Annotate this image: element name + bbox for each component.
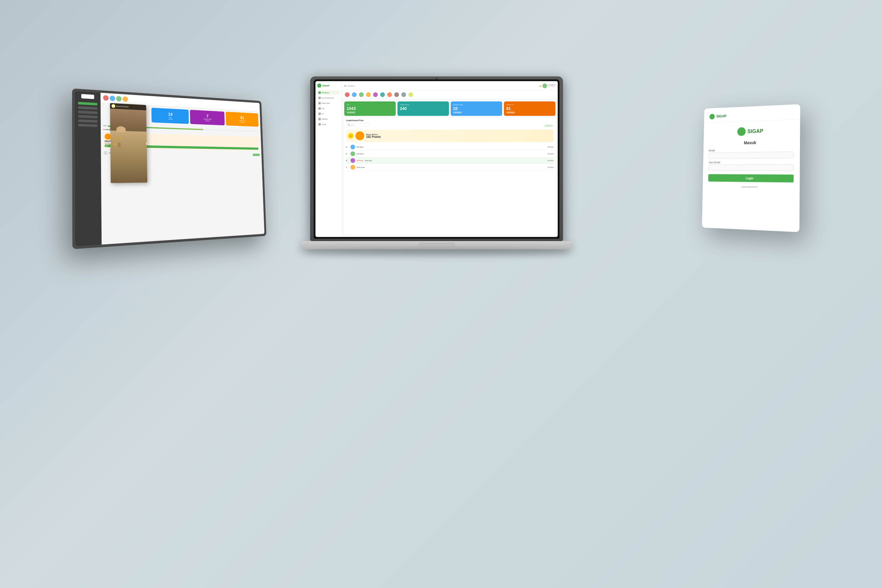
laptop-nav-csr[interactable]: Csr [317, 112, 340, 116]
scene: ‹ Savannah Nguyen [59, 59, 823, 529]
laptop-bezel: SIGAP Dashboard User Management Mas [314, 80, 560, 239]
photo-building [110, 130, 147, 183]
laptop-nav-dashboard-label: Dashboard [322, 92, 329, 93]
tablet-stat-poin: 14 Poin Lomba [152, 108, 189, 124]
tablet-nav-5[interactable] [78, 124, 98, 127]
laptop-stat-kategori-label: Kategori Cerita [453, 104, 500, 105]
tablet-screen: ‹ Savannah Nguyen [75, 91, 264, 246]
laptop-lb-row-2: 5 Zak Darien 33 Points [346, 150, 554, 157]
tablet-nav-1[interactable] [78, 106, 98, 110]
login-password-group: Your Email [708, 160, 794, 171]
tablet-main: ‹ Savannah Nguyen [100, 93, 265, 244]
login-email-group: Email [708, 148, 794, 159]
laptop-leaderboard: Leaderboard Poin 🔍 Cari Lihat Semua [344, 118, 555, 235]
tablet-stat-laporan-sub: Lomba [240, 122, 244, 123]
laptop-breadcrumb-sep: / [346, 85, 347, 87]
laptop-strip-av-8[interactable] [394, 92, 399, 98]
laptop-lb-pts-badge-3: 18 Points [357, 160, 363, 161]
tablet-carousel-value: 100 [103, 124, 106, 127]
tablet-lb-pts-1: 45 Points [253, 154, 260, 156]
laptop-base [302, 241, 572, 249]
laptop-lb-row-3: 6 18 Points Dylan Daly 18 Points [346, 157, 554, 164]
tablet-nav-4[interactable] [78, 119, 98, 123]
login-forgot-link[interactable]: Lupa password? [741, 186, 758, 189]
laptop-nav-user-mgmt[interactable]: User Management [317, 96, 340, 100]
laptop-stat-kategori-btn[interactable]: Lihat Semua [453, 111, 462, 114]
laptop-stat-kategori: Kategori Cerita 10 Lihat Semua [451, 101, 502, 116]
laptop-lb-top-info: Hector Danna 182 Points [366, 134, 381, 138]
laptop-lb-rank-1: 4 [346, 146, 349, 148]
laptop-strip-av-10[interactable] [408, 92, 414, 98]
laptop-lb-av-1 [351, 145, 355, 149]
laptop-breadcrumb-home: 🏠 [344, 85, 346, 87]
login-password-input[interactable] [708, 164, 794, 171]
laptop-nav-master-label: Master Data [322, 102, 330, 104]
photo-window-1 [114, 137, 117, 140]
laptop-strip-av-7[interactable] [387, 92, 393, 98]
laptop-nav-config-icon [318, 123, 321, 126]
laptop-lb-top-user: 1 Hector Danna 182 Points [346, 130, 554, 142]
tablet-stat-laporan: 81 Laporan 70 Lomba [226, 112, 259, 127]
laptop-nav-master[interactable]: Master Data [317, 101, 340, 105]
tablet-device-left: ‹ Savannah Nguyen [72, 88, 266, 249]
laptop-strip-av-2[interactable] [351, 92, 357, 98]
tablet-logo [81, 94, 94, 99]
login-email-input[interactable] [708, 152, 794, 159]
laptop-notification-icon[interactable]: 🔔 [540, 85, 541, 87]
tablet-stat-poin-sub: Lomba [168, 118, 172, 120]
laptop-sidebar: SIGAP Dashboard User Management Mas [315, 81, 342, 237]
laptop-nav-dashboard[interactable]: Dashboard [317, 90, 340, 94]
photo-user-avatar [111, 104, 115, 108]
laptop-lb-name-2: Zak Darien [357, 153, 364, 154]
login-header-logo-text: SIGAP [716, 114, 726, 118]
login-submit-button[interactable]: Login [708, 174, 794, 182]
laptop-lb-filter-btn[interactable]: Lihat Semua [544, 124, 554, 127]
laptop-stat-user-btn[interactable]: Lihat Semua [346, 111, 356, 114]
tablet-stat-laporan-value: 81 [240, 116, 244, 120]
login-body: SIGAP Masuk Email Your Email Login Lupa … [703, 119, 800, 195]
tablet-stat-inspirasi: 7 Inspirasi Desa Semua [190, 110, 225, 125]
laptop-nav-notif-label: Notifikasi [322, 118, 327, 120]
laptop-strip-av-3[interactable] [358, 92, 364, 98]
laptop-stats-row: User 1043 Lihat Semua Inspirasi Desa 240… [344, 101, 555, 116]
laptop-lb-top-rank: 1 [348, 133, 354, 139]
laptop-lb-name-3: 18 Points Dylan Daly [357, 160, 372, 161]
login-app-logo-text: SIGAP [747, 128, 764, 134]
laptop-stat-user: User 1043 Lihat Semua [344, 101, 396, 116]
laptop-lb-av-2 [351, 152, 355, 156]
laptop-nav-user[interactable]: User [317, 106, 340, 111]
photo-content [110, 108, 147, 183]
laptop-strip-av-1[interactable] [344, 92, 350, 98]
laptop-lb-search-text: Cari [351, 124, 353, 126]
laptop-screen: SIGAP Dashboard User Management Mas [315, 81, 558, 237]
laptop-lb-search[interactable]: 🔍 Cari [346, 123, 369, 127]
laptop-strip-av-4[interactable] [366, 92, 371, 98]
laptop-lb-name-4: Jacob Jones [357, 166, 365, 168]
laptop-lb-rank-2: 5 [346, 153, 349, 154]
tablet-avatar-group [103, 95, 128, 102]
laptop-shadow [304, 249, 569, 255]
laptop-lb-rank-3: 6 [346, 160, 349, 161]
laptop-stat-kategori-value: 10 [453, 106, 500, 111]
laptop-nav-config[interactable]: Config [317, 122, 340, 126]
laptop-stat-laporan-btn[interactable]: Lihat Semua [506, 111, 515, 114]
tablet-nav-dashboard[interactable] [78, 102, 98, 105]
laptop-strip-av-5[interactable] [372, 92, 378, 98]
laptop-nav-csr-label: Csr [322, 113, 324, 115]
laptop-nav-notif[interactable]: Notifikasi [317, 117, 340, 121]
laptop-strip-av-9[interactable] [401, 92, 406, 98]
tablet-lb-av-1 [104, 151, 108, 155]
tablet-nav-3[interactable] [78, 115, 98, 118]
tablet-avatar-1 [103, 95, 108, 101]
laptop-lb-top-avatar [356, 131, 364, 140]
laptop-strip-av-6[interactable] [380, 92, 386, 98]
laptop-stat-inspirasi-label: Inspirasi Desa [400, 104, 447, 105]
tablet-nav-2[interactable] [78, 111, 98, 114]
laptop-lb-pts-3: 18 Points [548, 160, 554, 161]
laptop-breadcrumb-dashboard: Dashboard [348, 85, 355, 87]
laptop-lb-row-1: 4 Mel Nickie 45 Points [346, 144, 554, 150]
laptop-lb-pts-1: 45 Points [548, 146, 554, 148]
laptop-lb-row-4: 7 Jacob Jones 15 Points [346, 164, 554, 171]
photo-window-4 [118, 143, 121, 147]
login-panel-shadow [707, 231, 793, 232]
